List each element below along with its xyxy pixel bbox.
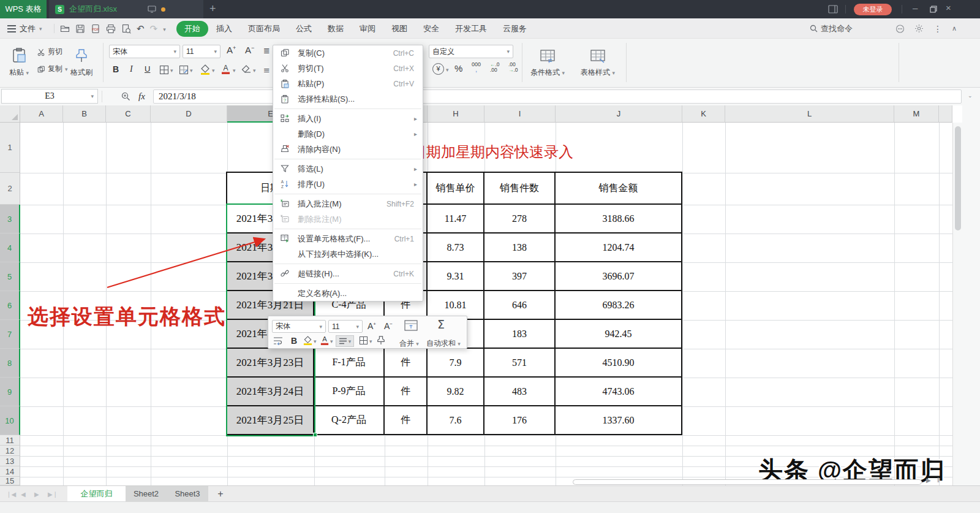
table-cell[interactable]: 1337.60: [556, 406, 682, 435]
row-header-15[interactable]: 15: [0, 477, 20, 485]
mini-borders-button[interactable]: [359, 336, 368, 345]
column-header-A[interactable]: A: [20, 105, 63, 123]
collapse-ribbon-icon[interactable]: ∧: [952, 25, 957, 32]
currency-button[interactable]: ¥: [432, 63, 444, 75]
mini-decrease-font-icon[interactable]: A−: [384, 321, 393, 331]
table-cell[interactable]: 278: [484, 205, 556, 234]
table-cell[interactable]: P-9产品: [314, 378, 385, 406]
save-icon[interactable]: [75, 24, 85, 34]
zoom-selection-icon[interactable]: [121, 92, 130, 101]
table-cell[interactable]: 646: [484, 291, 556, 320]
context-menu-item-13[interactable]: 超链接(H)...Ctrl+K: [273, 266, 423, 281]
row-header-3[interactable]: 3: [0, 205, 20, 234]
column-header-J[interactable]: J: [556, 105, 682, 123]
print-icon[interactable]: [106, 24, 116, 34]
mini-increase-font-icon[interactable]: A+: [368, 321, 376, 331]
command-search[interactable]: 查找命令: [810, 18, 853, 39]
add-sheet-button[interactable]: +: [213, 486, 228, 501]
context-menu-item-6[interactable]: 清除内容(N): [273, 142, 423, 157]
borders-dropdown[interactable]: ▾: [170, 67, 173, 74]
dock-sidebar-icon[interactable]: [828, 5, 838, 13]
column-header-extra[interactable]: [939, 105, 952, 123]
row-header-9[interactable]: 9: [0, 378, 20, 406]
hscroll-right-arrow-icon[interactable]: ▶: [926, 477, 931, 484]
cut-button[interactable]: 剪切: [37, 47, 62, 57]
mini-font-name-select[interactable]: 宋体▾: [272, 320, 326, 333]
table-cell[interactable]: 138: [484, 234, 556, 262]
table-cell[interactable]: F-1产品: [314, 349, 385, 378]
borders-button[interactable]: [159, 65, 169, 75]
table-cell[interactable]: 7.9: [428, 349, 484, 378]
mini-font-color-dropdown[interactable]: ▾: [330, 338, 333, 344]
table-cell[interactable]: 4743.06: [556, 378, 682, 406]
conditional-format-button[interactable]: ≠ 条件格式 ▾: [524, 43, 571, 78]
percent-button[interactable]: %: [454, 63, 462, 74]
menu-tab-9[interactable]: 云服务: [495, 21, 535, 37]
column-header-D[interactable]: D: [151, 105, 227, 123]
mini-fill-color-button[interactable]: [303, 336, 313, 346]
more-options-icon[interactable]: ⋮: [933, 24, 942, 34]
context-menu-item-12[interactable]: 从下拉列表中选择(K)...: [273, 246, 423, 262]
row-header-13[interactable]: 13: [0, 456, 20, 466]
print-preview-icon[interactable]: [121, 24, 131, 34]
open-folder-icon[interactable]: [60, 24, 70, 34]
restore-button[interactable]: [930, 6, 937, 13]
prev-sheet-icon[interactable]: ◀: [21, 486, 26, 502]
underline-button[interactable]: U: [145, 64, 150, 74]
context-menu-item-1[interactable]: 剪切(T)Ctrl+X: [273, 61, 423, 76]
name-box-dropdown-icon[interactable]: ▾: [91, 93, 94, 99]
minimize-button[interactable]: –: [913, 2, 918, 13]
new-tab-button[interactable]: +: [209, 2, 216, 15]
table-cell[interactable]: 397: [484, 262, 556, 291]
context-menu-item-14[interactable]: 定义名称(A)...: [273, 286, 423, 301]
table-cell[interactable]: 9.82: [428, 378, 484, 406]
mini-autosum-label[interactable]: 自动求和 ▾: [426, 338, 461, 349]
comma-style-button[interactable]: 000,: [472, 62, 481, 72]
column-header-I[interactable]: I: [484, 105, 556, 123]
table-cell[interactable]: 8.73: [428, 234, 484, 262]
context-menu-item-0[interactable]: 复制(C)Ctrl+C: [273, 45, 423, 61]
column-header-C[interactable]: C: [106, 105, 151, 123]
mini-font-color-button[interactable]: A: [320, 335, 330, 346]
table-header-cell[interactable]: 销售件数: [484, 173, 556, 205]
fill-handle[interactable]: [313, 433, 317, 437]
shading-dropdown[interactable]: ▾: [190, 67, 193, 74]
context-menu-item-3[interactable]: ?选择性粘贴(S)...: [273, 91, 423, 107]
mini-bold-button[interactable]: B: [291, 336, 297, 346]
column-header-B[interactable]: B: [63, 105, 106, 123]
shading-button[interactable]: [179, 65, 189, 75]
font-color-dropdown[interactable]: ▾: [233, 67, 236, 74]
mini-wrap-text-icon[interactable]: [273, 336, 283, 345]
table-cell[interactable]: 2021年3月23日: [227, 349, 314, 378]
mini-fill-dropdown[interactable]: ▾: [314, 338, 317, 344]
settings-gear-icon[interactable]: [914, 24, 924, 33]
column-header-K[interactable]: K: [682, 105, 725, 123]
row-header-4[interactable]: 4: [0, 234, 20, 262]
feedback-icon[interactable]: [895, 25, 905, 33]
context-menu-item-8[interactable]: AZ排序(U)▸: [273, 177, 423, 192]
eraser-dropdown[interactable]: ▾: [253, 67, 256, 74]
table-cell[interactable]: 2021年3月25日: [227, 406, 314, 435]
formula-bar-collapse-icon[interactable]: ⌄: [968, 93, 973, 99]
select-all-corner[interactable]: [0, 105, 20, 123]
table-cell[interactable]: Q-2产品: [314, 406, 385, 435]
fill-color-dropdown[interactable]: ▾: [212, 67, 215, 74]
context-menu-item-11[interactable]: 设置单元格格式(F)...Ctrl+1: [273, 231, 423, 246]
table-cell[interactable]: 4510.90: [556, 349, 682, 378]
paste-button[interactable]: 粘贴 ▾: [5, 43, 33, 78]
table-cell[interactable]: 件: [385, 378, 428, 406]
first-sheet-icon[interactable]: ❘◀: [6, 486, 16, 502]
format-painter-button[interactable]: 格式刷: [65, 43, 98, 78]
menu-tab-4[interactable]: 数据: [320, 21, 352, 37]
font-name-select[interactable]: 宋体▾: [109, 45, 180, 58]
table-cell[interactable]: 件: [385, 349, 428, 378]
fx-icon[interactable]: fx: [138, 91, 145, 102]
font-size-select[interactable]: 11▾: [183, 45, 221, 58]
export-pdf-icon[interactable]: PDF: [91, 24, 100, 34]
table-cell[interactable]: 3696.07: [556, 262, 682, 291]
table-cell[interactable]: 件: [385, 406, 428, 435]
row-header-10[interactable]: 10: [0, 406, 20, 435]
last-sheet-icon[interactable]: ▶❘: [48, 486, 58, 502]
row-header-11[interactable]: 11: [0, 435, 20, 446]
increase-decimal-button[interactable]: ←.0.00: [490, 62, 500, 73]
